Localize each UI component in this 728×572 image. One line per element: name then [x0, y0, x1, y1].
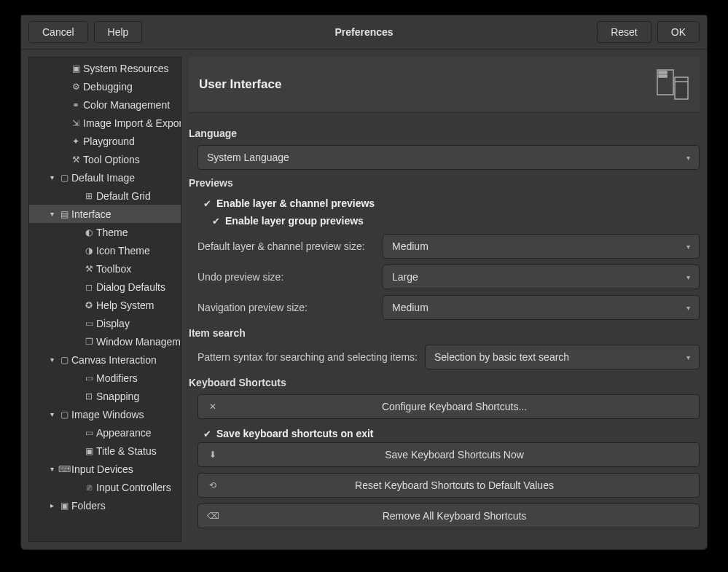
- enable-layer-channel-previews-checkbox[interactable]: ✔: [202, 198, 212, 208]
- sidebar-item-label: Default Grid: [96, 190, 151, 202]
- appearance-icon: ▭: [83, 427, 95, 439]
- sidebar-item-display[interactable]: ▭Display: [29, 314, 181, 332]
- sidebar-item-label: Modifiers: [96, 372, 138, 384]
- sidebar-item-label: Debugging: [83, 81, 133, 93]
- canvas-icon: ▢: [58, 354, 70, 366]
- dialog-icon: ◻: [83, 281, 95, 293]
- save-shortcuts-on-exit-label[interactable]: Save keyboard shortcuts on exit: [216, 428, 374, 439]
- save-icon: ⬇: [207, 450, 219, 460]
- sidebar-item-label: Canvas Interaction: [71, 354, 157, 366]
- sidebar-item-canvas-interaction[interactable]: ▾▢Canvas Interaction: [29, 350, 181, 369]
- expander-open-icon[interactable]: ▾: [47, 356, 57, 364]
- canvas-icon: ▢: [58, 409, 70, 420]
- content-pane: User Interface Language Syst: [189, 57, 700, 542]
- ok-button[interactable]: OK: [657, 21, 700, 43]
- image-icon: ▢: [58, 172, 70, 184]
- sidebar-item-folders[interactable]: ▸▣Folders: [29, 496, 181, 514]
- sidebar-item-default-grid[interactable]: ⊞Default Grid: [29, 187, 181, 205]
- sidebar-item-label: Theme: [96, 227, 128, 238]
- language-select[interactable]: System Language ▾: [197, 145, 700, 170]
- save-shortcuts-now-button[interactable]: ⬇ Save Keyboard Shortcuts Now: [197, 442, 700, 467]
- sidebar-item-default-image[interactable]: ▾▢Default Image: [29, 168, 181, 187]
- sidebar-item-label: Image Windows: [71, 409, 144, 420]
- section-label-previews: Previews: [189, 177, 700, 189]
- folder-icon: ▣: [58, 500, 70, 512]
- help-button[interactable]: Help: [94, 21, 143, 43]
- snap-icon: ⊡: [83, 391, 95, 402]
- dialog-header: Cancel Help Preferences Reset OK: [21, 15, 707, 50]
- sidebar-item-label: Input Devices: [71, 463, 133, 475]
- sidebar-item-label: Input Controllers: [96, 482, 171, 493]
- sidebar-item-debugging[interactable]: ⚙Debugging: [29, 77, 181, 95]
- sidebar-item-input-controllers[interactable]: ⎚Input Controllers: [29, 478, 181, 496]
- sidebar-item-modifiers[interactable]: ▭Modifiers: [29, 369, 181, 387]
- expander-open-icon[interactable]: ▾: [47, 410, 57, 418]
- default-preview-size-select[interactable]: Medium ▾: [383, 234, 700, 259]
- cancel-button[interactable]: Cancel: [28, 21, 88, 43]
- expander-closed-icon[interactable]: ▸: [47, 501, 57, 509]
- section-label-item-search: Item search: [189, 327, 700, 339]
- undo-preview-size-select[interactable]: Large ▾: [383, 265, 700, 289]
- nav-preview-size-value: Medium: [392, 302, 428, 313]
- sidebar-item-appearance[interactable]: ▭Appearance: [29, 423, 181, 442]
- sidebar-item-label: Folders: [71, 500, 106, 512]
- preferences-sidebar[interactable]: ▣System Resources⚙Debugging⚭Color Manage…: [28, 57, 181, 542]
- sidebar-item-snapping[interactable]: ⊡Snapping: [29, 387, 181, 405]
- sidebar-item-interface[interactable]: ▾▤Interface: [29, 205, 181, 223]
- sidebar-item-dialog-defaults[interactable]: ◻Dialog Defaults: [29, 278, 181, 296]
- dialog-title: Preferences: [334, 26, 393, 38]
- pattern-syntax-label: Pattern syntax for searching and selecti…: [197, 351, 418, 363]
- enable-layer-channel-previews-label[interactable]: Enable layer & channel previews: [216, 197, 375, 209]
- expander-open-icon[interactable]: ▾: [47, 465, 57, 473]
- svg-rect-1: [659, 71, 661, 74]
- chip-icon: ▣: [70, 63, 82, 74]
- sidebar-item-help-system[interactable]: ✪Help System: [29, 296, 181, 314]
- input-icon: ⌨: [58, 463, 70, 475]
- enable-layer-group-previews-checkbox[interactable]: ✔: [211, 216, 221, 226]
- sidebar-item-icon-theme[interactable]: ◑Icon Theme: [29, 241, 181, 259]
- dropdown-arrow-icon: ▾: [686, 353, 690, 361]
- dialog-body: ▣System Resources⚙Debugging⚭Color Manage…: [21, 50, 707, 549]
- sidebar-item-image-import-export[interactable]: ⇲Image Import & Export: [29, 114, 181, 132]
- sidebar-item-label: Image Import & Export: [83, 117, 181, 129]
- puzzle-icon: ✦: [70, 136, 82, 147]
- reset-shortcuts-button[interactable]: ⟲ Reset Keyboard Shortcuts to Default Va…: [197, 473, 700, 498]
- sidebar-item-theme[interactable]: ◐Theme: [29, 223, 181, 241]
- dropdown-arrow-icon: ▾: [686, 154, 690, 162]
- sidebar-item-input-devices[interactable]: ▾⌨Input Devices: [29, 460, 181, 478]
- toolbox-icon: ⚒: [83, 263, 95, 275]
- bug-icon: ⚙: [70, 81, 82, 93]
- sidebar-item-label: Interface: [71, 208, 111, 220]
- nav-preview-size-select[interactable]: Medium ▾: [383, 295, 700, 320]
- title-icon: ▣: [83, 445, 95, 457]
- remove-shortcuts-label: Remove All Keyboard Shortcuts: [219, 510, 690, 522]
- sidebar-item-system-resources[interactable]: ▣System Resources: [29, 59, 181, 77]
- expander-open-icon[interactable]: ▾: [47, 173, 57, 181]
- sidebar-item-label: Toolbox: [96, 263, 131, 275]
- remove-shortcuts-button[interactable]: ⌫ Remove All Keyboard Shortcuts: [197, 504, 700, 528]
- expander-open-icon[interactable]: ▾: [47, 210, 57, 218]
- sidebar-item-window-management[interactable]: ❐Window Management: [29, 332, 181, 350]
- theme-icon: ◐: [83, 227, 95, 238]
- clear-icon: ⌫: [207, 511, 219, 521]
- grid-icon: ⊞: [83, 190, 95, 202]
- enable-layer-group-previews-label[interactable]: Enable layer group previews: [225, 215, 364, 227]
- sidebar-item-label: Appearance: [96, 427, 152, 439]
- sidebar-item-image-windows[interactable]: ▾▢Image Windows: [29, 405, 181, 423]
- configure-shortcuts-label: Configure Keyboard Shortcuts...: [219, 401, 690, 412]
- sidebar-item-label: Title & Status: [96, 445, 157, 457]
- reset-button[interactable]: Reset: [597, 21, 651, 43]
- svg-rect-4: [659, 75, 661, 77]
- window-icon: ❐: [83, 336, 95, 348]
- section-label-language: Language: [189, 128, 700, 139]
- pattern-syntax-select[interactable]: Selection by basic text search ▾: [425, 345, 700, 369]
- sidebar-item-tool-options[interactable]: ⚒Tool Options: [29, 150, 181, 168]
- dropdown-arrow-icon: ▾: [686, 273, 690, 281]
- save-shortcuts-on-exit-checkbox[interactable]: ✔: [202, 428, 212, 439]
- sidebar-item-color-management[interactable]: ⚭Color Management: [29, 95, 181, 114]
- sidebar-item-title-status[interactable]: ▣Title & Status: [29, 442, 181, 460]
- configure-shortcuts-button[interactable]: ✕ Configure Keyboard Shortcuts...: [197, 394, 700, 419]
- sidebar-item-label: Dialog Defaults: [96, 281, 165, 293]
- sidebar-item-playground[interactable]: ✦Playground: [29, 132, 181, 150]
- sidebar-item-toolbox[interactable]: ⚒Toolbox: [29, 259, 181, 278]
